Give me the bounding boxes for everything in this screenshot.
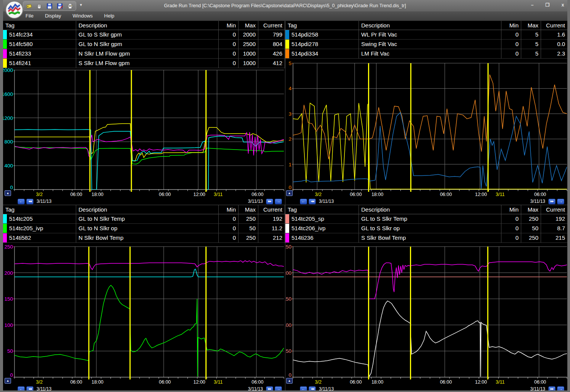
step-forward-button[interactable]: → (275, 199, 282, 204)
tag-current[interactable]: 412 (258, 59, 285, 68)
print-icon[interactable] (67, 3, 74, 10)
tag-min[interactable]: 0 (501, 40, 521, 49)
tag-name[interactable]: 514ti582 (7, 233, 76, 243)
tag-max[interactable]: 250 (239, 233, 258, 243)
tag-max[interactable]: 2000 (239, 30, 258, 40)
save-icon[interactable] (46, 3, 53, 10)
tag-name[interactable]: 514fc580 (7, 40, 76, 49)
tag-description[interactable]: S Slkr Bowl Temp (359, 233, 501, 243)
tag-max[interactable]: 50 (239, 224, 258, 233)
tag-max[interactable]: 50 (521, 224, 541, 233)
page-forward-button[interactable]: ▶▶ (548, 386, 556, 391)
expand-axis-button[interactable]: ▲ (286, 190, 293, 196)
tag-description[interactable]: GL to N Slkr op (76, 224, 219, 233)
pen-color-chip[interactable] (285, 30, 289, 40)
tag-min[interactable]: 0 (219, 59, 239, 68)
mouse-icon[interactable] (36, 3, 43, 10)
pen-color-chip[interactable] (3, 224, 7, 233)
tag-current[interactable]: 215 (541, 233, 567, 243)
tag-current[interactable]: 0.0 (541, 40, 567, 49)
pen-color-chip[interactable] (3, 233, 7, 243)
tag-max[interactable]: 2500 (239, 40, 258, 49)
pen-color-chip[interactable] (285, 40, 289, 49)
tag-current[interactable]: 212 (258, 233, 285, 243)
page-back-button[interactable]: ◀◀ (26, 199, 34, 204)
tag-min[interactable]: 0 (501, 30, 521, 40)
tag-max[interactable]: 250 (239, 214, 258, 224)
pen-color-chip[interactable] (3, 49, 7, 59)
menu-help[interactable]: Help (98, 11, 120, 20)
page-back-button[interactable]: ◀◀ (26, 386, 34, 391)
tag-min[interactable]: 0 (219, 214, 239, 224)
trend-chart[interactable]: 0501001502002503/206:0018:0006:0012:003/… (285, 243, 567, 390)
trend-chart[interactable]: 0123453/206:0018:0006:0012:003/1106:00▲←… (285, 59, 567, 205)
expand-axis-button[interactable]: ▲ (286, 378, 293, 384)
pen-color-chip[interactable] (285, 233, 289, 243)
pen-color-chip[interactable] (3, 59, 7, 68)
page-back-button[interactable]: ◀◀ (309, 386, 316, 391)
step-forward-button[interactable]: → (557, 199, 564, 204)
tag-max[interactable]: 250 (521, 214, 541, 224)
tag-max[interactable]: 5 (521, 30, 541, 40)
tag-description[interactable]: N Slkr Bowl Temp (76, 233, 219, 243)
tag-max[interactable]: 1000 (239, 49, 258, 59)
tag-current[interactable]: 192 (258, 214, 285, 224)
tag-min[interactable]: 0 (501, 214, 521, 224)
tag-current[interactable]: 426 (258, 49, 285, 59)
step-back-button[interactable]: ← (18, 386, 25, 391)
tag-name[interactable]: 514tc205_ivp (7, 224, 76, 233)
tag-max[interactable]: 5 (521, 40, 541, 49)
pen-color-chip[interactable] (3, 30, 7, 40)
tag-min[interactable]: 0 (501, 49, 521, 59)
save-as-icon[interactable] (56, 3, 63, 10)
tag-icon[interactable] (26, 3, 32, 10)
tag-description[interactable]: WL Pr Filt Vac (359, 30, 501, 40)
trend-chart[interactable]: 0501001502002503/206:0018:0006:0012:003/… (3, 243, 285, 390)
close-button[interactable]: x (558, 2, 568, 8)
tag-current[interactable]: 799 (258, 30, 285, 40)
tag-name[interactable]: 514pdi278 (289, 40, 359, 49)
step-back-button[interactable]: ← (300, 199, 307, 204)
tag-max[interactable]: 250 (521, 233, 541, 243)
tag-current[interactable]: 2.3 (541, 49, 567, 59)
step-forward-button[interactable]: → (557, 386, 564, 391)
tag-name[interactable]: 514fc234 (7, 30, 76, 40)
tag-name[interactable]: 514tc205_sp (289, 214, 359, 224)
tag-name[interactable]: 514tc205 (7, 214, 76, 224)
tag-name[interactable]: 514ti236 (289, 233, 359, 243)
tag-min[interactable]: 0 (219, 49, 239, 59)
pen-color-chip[interactable] (285, 214, 289, 224)
maximize-button[interactable]: ❐ (543, 2, 552, 8)
chevron-down-icon[interactable]: ▼ (79, 3, 83, 7)
tag-min[interactable]: 0 (219, 30, 239, 40)
pen-color-chip[interactable] (3, 40, 7, 49)
tag-current[interactable]: 192 (541, 214, 567, 224)
tag-description[interactable]: N Slkr LM Flow gpm (76, 49, 219, 59)
tag-name[interactable]: 514pdi258 (289, 30, 359, 40)
tag-max[interactable]: 1000 (239, 59, 258, 68)
page-forward-button[interactable]: ▶▶ (266, 199, 273, 204)
tag-description[interactable]: LM Filt Vac (359, 49, 501, 59)
tag-name[interactable]: 514fi241 (7, 59, 76, 68)
pen-color-chip[interactable] (285, 49, 289, 59)
tag-min[interactable]: 0 (219, 224, 239, 233)
step-back-button[interactable]: ← (300, 386, 307, 391)
tag-description[interactable]: GL to N Slkr gpm (76, 40, 219, 49)
pen-color-chip[interactable] (3, 214, 7, 224)
page-forward-button[interactable]: ▶▶ (266, 386, 273, 391)
tag-description[interactable]: S Slkr LM Flow gpm (76, 59, 219, 68)
menu-windows[interactable]: Windows (67, 11, 99, 20)
tag-min[interactable]: 0 (219, 40, 239, 49)
tag-current[interactable]: 804 (258, 40, 285, 49)
page-back-button[interactable]: ◀◀ (309, 199, 316, 204)
menu-display[interactable]: Display (39, 11, 67, 20)
tag-min[interactable]: 0 (501, 224, 521, 233)
step-back-button[interactable]: ← (18, 199, 25, 204)
page-forward-button[interactable]: ▶▶ (548, 199, 556, 204)
tag-name[interactable]: 514pdi334 (289, 49, 359, 59)
step-forward-button[interactable]: → (275, 386, 282, 391)
tag-description[interactable]: Swing Filt Vac (359, 40, 501, 49)
tag-description[interactable]: GL to S Slkr gpm (76, 30, 219, 40)
trend-chart[interactable]: 04008001200160020003/206:0018:0006:0012:… (3, 68, 285, 205)
tag-min[interactable]: 0 (501, 233, 521, 243)
